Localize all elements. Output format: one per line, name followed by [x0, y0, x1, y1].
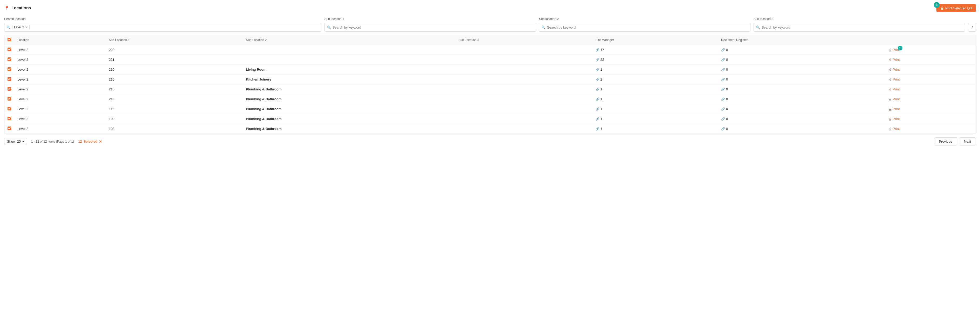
row-site-manager[interactable]: 🔗 17: [592, 45, 718, 55]
row-doc-register[interactable]: 🔗 0: [718, 75, 885, 85]
row-checkbox[interactable]: [8, 97, 11, 101]
doc-link-icon: 🔗: [721, 127, 725, 131]
print-row-button[interactable]: 🖨 Print: [888, 107, 900, 111]
row-checkbox[interactable]: [8, 87, 11, 91]
sub-location2-input[interactable]: [547, 26, 748, 29]
row-checkbox-cell[interactable]: [5, 124, 14, 134]
row-print-cell[interactable]: 🖨 Print: [885, 104, 975, 114]
row-sub3: [455, 94, 592, 104]
print-row-icon: 🖨: [888, 97, 892, 101]
row-print-cell[interactable]: 🖨 Print: [885, 75, 975, 85]
row-doc-register[interactable]: 🔗 0: [718, 114, 885, 124]
print-row-button[interactable]: 🖨 Print: [888, 87, 900, 91]
row-print-cell[interactable]: 🖨 Print: [885, 94, 975, 104]
row-checkbox-cell[interactable]: [5, 114, 14, 124]
sub-location3-input-wrapper[interactable]: 🔍: [754, 23, 965, 32]
row-checkbox-cell[interactable]: [5, 75, 14, 85]
row-site-manager[interactable]: 🔗 1: [592, 65, 718, 75]
print-row-button[interactable]: 🖨 Print: [888, 127, 900, 131]
site-manager-count: 1: [600, 67, 602, 72]
row-doc-register[interactable]: 🔗 0: [718, 124, 885, 134]
table-row: Level 2 221 🔗 22 🔗 0 🖨 Print: [5, 55, 975, 65]
site-manager-count: 17: [600, 48, 604, 52]
title-wrapper: 📍 Locations: [4, 6, 31, 11]
row-checkbox-cell[interactable]: [5, 55, 14, 65]
row-site-manager[interactable]: 🔗 1: [592, 104, 718, 114]
show-select[interactable]: Show 20 ▾: [4, 138, 27, 145]
row-site-manager[interactable]: 🔗 1: [592, 85, 718, 94]
row-location: Level 2: [14, 114, 106, 124]
print-row-button[interactable]: 🖨 Print: [888, 77, 900, 82]
search-tag: Level 2 ✕: [12, 25, 30, 30]
print-row-button[interactable]: 🖨 Print: [888, 117, 900, 121]
row-doc-register[interactable]: 🔗 0: [718, 104, 885, 114]
row-checkbox[interactable]: [8, 77, 11, 81]
clear-selected-button[interactable]: ✕: [99, 139, 102, 144]
row-location: Level 2: [14, 104, 106, 114]
row-checkbox-cell[interactable]: [5, 104, 14, 114]
row-print-cell[interactable]: 🖨 Print: [885, 114, 975, 124]
next-button[interactable]: Next: [959, 138, 976, 146]
print-row-button[interactable]: 🖨 Print: [888, 67, 900, 72]
row-print-cell[interactable]: 🖨 Print: [885, 55, 975, 65]
print-row-button[interactable]: 🖨 Print: [888, 97, 900, 101]
doc-register-count: 0: [726, 117, 728, 121]
row-checkbox[interactable]: [8, 67, 11, 71]
table-row: Level 2 210 Living Room 🔗 1 🔗 0 🖨 Prin: [5, 65, 975, 75]
sub-location1-input[interactable]: [332, 26, 534, 29]
site-manager-count: 1: [600, 87, 602, 91]
sub-location2-section: Sub location 2 🔍: [539, 17, 751, 32]
chevron-down-icon: ▾: [22, 139, 24, 143]
row-checkbox[interactable]: [8, 48, 11, 51]
row-sub2: Plumbing & Bathroom: [243, 124, 455, 134]
row-checkbox[interactable]: [8, 126, 11, 130]
print-row-button[interactable]: 🖨 Print: [888, 58, 900, 62]
row-print-cell[interactable]: 🖨 Print 1: [885, 45, 975, 55]
row-doc-register[interactable]: 🔗 0: [718, 94, 885, 104]
sub-location3-input[interactable]: [762, 26, 963, 29]
doc-link-icon: 🔗: [721, 68, 725, 72]
row-site-manager[interactable]: 🔗 1: [592, 124, 718, 134]
row-checkbox-cell[interactable]: [5, 65, 14, 75]
previous-button[interactable]: Previous: [934, 138, 957, 146]
row-doc-register[interactable]: 🔗 0: [718, 85, 885, 94]
row-doc-register[interactable]: 🔗 0: [718, 55, 885, 65]
selected-label: Selected: [84, 139, 97, 143]
print-row-icon: 🖨: [888, 127, 892, 131]
row-site-manager[interactable]: 🔗 1: [592, 94, 718, 104]
row-checkbox-cell[interactable]: [5, 85, 14, 94]
sub-location2-label: Sub location 2: [539, 17, 751, 21]
row-sub1: 221: [106, 55, 243, 65]
select-all-checkbox[interactable]: [8, 38, 11, 41]
row-site-manager[interactable]: 🔗 1: [592, 114, 718, 124]
print-row-button[interactable]: 🖨 Print 1: [888, 48, 900, 52]
ext-link-icon: 🔗: [596, 127, 600, 131]
print-selected-button[interactable]: 3 🖨 Print Selected QR: [936, 4, 976, 12]
row-print-cell[interactable]: 🖨 Print: [885, 65, 975, 75]
row-checkbox[interactable]: [8, 107, 11, 110]
print-row-label: Print: [893, 77, 900, 81]
doc-register-count: 0: [726, 58, 728, 62]
site-manager-count: 22: [600, 58, 604, 62]
table-row: Level 2 215 Kitchen Joinery 🔗 2 🔗 0 🖨: [5, 75, 975, 85]
doc-link-icon: 🔗: [721, 48, 725, 52]
sub-location1-input-wrapper[interactable]: 🔍: [325, 23, 536, 32]
row-checkbox-cell[interactable]: [5, 45, 14, 55]
select-all-header[interactable]: [5, 35, 14, 45]
row-checkbox[interactable]: [8, 117, 11, 120]
location-icon: 📍: [4, 6, 10, 11]
reset-button[interactable]: ↺: [968, 23, 976, 32]
sub-location2-input-wrapper[interactable]: 🔍: [539, 23, 751, 32]
sub-location1-section: Sub location 1 🔍: [325, 17, 536, 32]
row-site-manager[interactable]: 🔗 22: [592, 55, 718, 65]
search-tag-remove[interactable]: ✕: [25, 26, 28, 29]
row-checkbox[interactable]: [8, 58, 11, 61]
search-icon-sub3: 🔍: [756, 26, 760, 29]
row-doc-register[interactable]: 🔗 0: [718, 65, 885, 75]
row-print-cell[interactable]: 🖨 Print: [885, 85, 975, 94]
row-checkbox-cell[interactable]: [5, 94, 14, 104]
row-print-cell[interactable]: 🖨 Print: [885, 124, 975, 134]
row-doc-register[interactable]: 🔗 0: [718, 45, 885, 55]
row-site-manager[interactable]: 🔗 2: [592, 75, 718, 85]
row-sub1: 220: [106, 45, 243, 55]
